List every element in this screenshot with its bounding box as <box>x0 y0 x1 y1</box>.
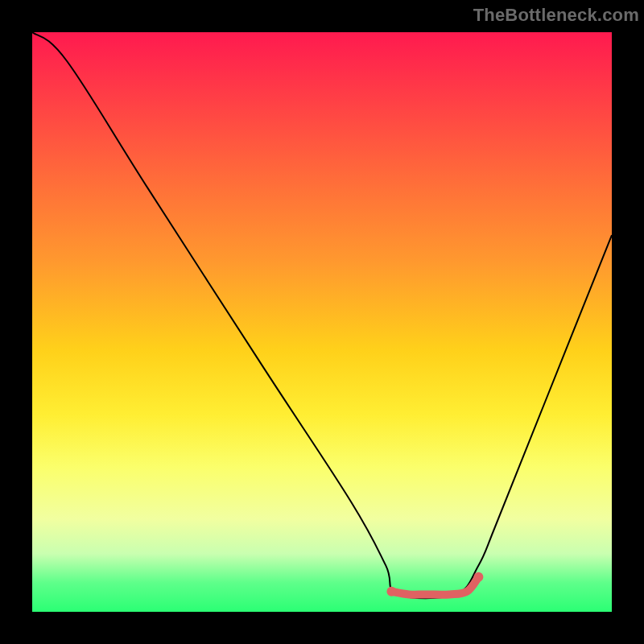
watermark-text: TheBottleneck.com <box>473 5 639 26</box>
highlight-band <box>391 577 478 595</box>
highlight-endcap-right <box>473 572 483 582</box>
bottleneck-curve <box>32 32 612 598</box>
plot-area <box>32 32 612 612</box>
chart-frame: TheBottleneck.com <box>0 0 644 644</box>
highlight-endcap-left <box>386 587 396 597</box>
curve-layer <box>32 32 612 612</box>
